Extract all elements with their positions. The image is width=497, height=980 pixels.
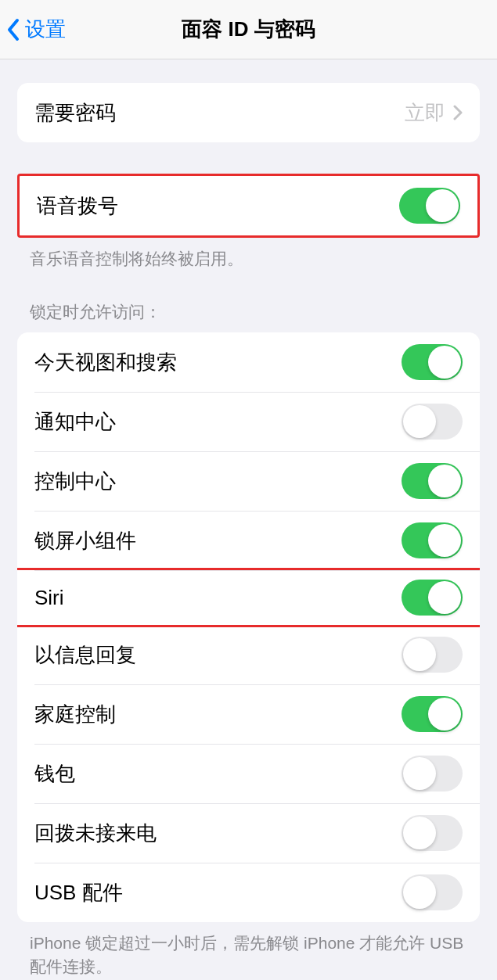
lock-access-toggle[interactable] (402, 696, 463, 732)
lock-access-label: 锁屏小组件 (34, 527, 136, 555)
lock-access-label: 通知中心 (34, 408, 116, 436)
toggle-knob (403, 638, 436, 671)
lock-access-label: 回拨未接来电 (34, 820, 157, 847)
require-passcode-value: 立即 (405, 99, 463, 127)
content: 需要密码 立即 语音拨号 音乐语音控制将始终被启用。 锁定时允许访问： 今天视图… (0, 59, 497, 978)
toggle-knob (426, 189, 459, 222)
lock-access-toggle[interactable] (402, 580, 463, 616)
toggle-knob (403, 817, 436, 849)
back-label: 设置 (25, 16, 66, 43)
lock-access-row: 通知中心 (17, 392, 480, 451)
lock-access-row: 以信息回复 (17, 625, 480, 684)
voice-dial-label: 语音拨号 (37, 192, 118, 220)
lock-access-toggle[interactable] (402, 815, 463, 851)
navbar: 设置 面容 ID 与密码 (0, 0, 497, 59)
lock-access-toggle[interactable] (402, 463, 463, 499)
lock-access-toggle[interactable] (402, 637, 463, 673)
toggle-knob (403, 876, 436, 909)
lock-access-toggle[interactable] (402, 522, 463, 558)
lock-access-footer: iPhone 锁定超过一小时后，需先解锁 iPhone 才能允许 USB 配件连… (0, 922, 497, 978)
lock-access-toggle[interactable] (402, 404, 463, 440)
toggle-knob (403, 405, 436, 438)
toggle-knob (403, 757, 436, 790)
toggle-knob (428, 524, 461, 557)
toggle-knob (428, 581, 461, 614)
lock-access-label: 钱包 (34, 760, 75, 788)
lock-access-label: Siri (34, 586, 64, 610)
voice-dial-group: 语音拨号 (17, 174, 480, 238)
chevron-right-icon (453, 105, 463, 120)
voice-dial-toggle[interactable] (399, 188, 460, 224)
require-passcode-label: 需要密码 (34, 99, 116, 127)
require-passcode-group: 需要密码 立即 (17, 83, 480, 142)
lock-access-toggle[interactable] (402, 756, 463, 792)
lock-access-label: USB 配件 (34, 879, 123, 906)
lock-access-header: 锁定时允许访问： (0, 301, 497, 332)
lock-access-row: Siri (17, 568, 480, 627)
lock-access-row: 家庭控制 (17, 684, 480, 744)
voice-dial-footer: 音乐语音控制将始终被启用。 (0, 238, 497, 270)
back-button[interactable]: 设置 (6, 16, 66, 43)
require-passcode-row[interactable]: 需要密码 立即 (17, 83, 480, 142)
lock-access-label: 以信息回复 (34, 641, 136, 669)
toggle-knob (428, 346, 461, 379)
lock-access-row: 锁屏小组件 (17, 511, 480, 570)
chevron-left-icon (6, 18, 20, 41)
require-passcode-value-text: 立即 (405, 99, 445, 127)
voice-dial-row: 语音拨号 (20, 176, 477, 235)
lock-access-label: 今天视图和搜索 (34, 349, 177, 376)
lock-access-label: 控制中心 (34, 468, 116, 495)
lock-access-row: 今天视图和搜索 (17, 332, 480, 392)
lock-access-row: 钱包 (17, 744, 480, 803)
lock-access-row: USB 配件 (17, 863, 480, 922)
lock-access-row: 控制中心 (17, 451, 480, 511)
lock-access-toggle[interactable] (402, 344, 463, 380)
lock-access-label: 家庭控制 (34, 701, 116, 728)
toggle-knob (428, 465, 461, 497)
lock-access-toggle[interactable] (402, 874, 463, 910)
lock-access-group: 今天视图和搜索通知中心控制中心锁屏小组件Siri以信息回复家庭控制钱包回拨未接来… (17, 332, 480, 922)
page-title: 面容 ID 与密码 (182, 16, 315, 43)
lock-access-row: 回拨未接来电 (17, 803, 480, 863)
toggle-knob (428, 698, 461, 731)
